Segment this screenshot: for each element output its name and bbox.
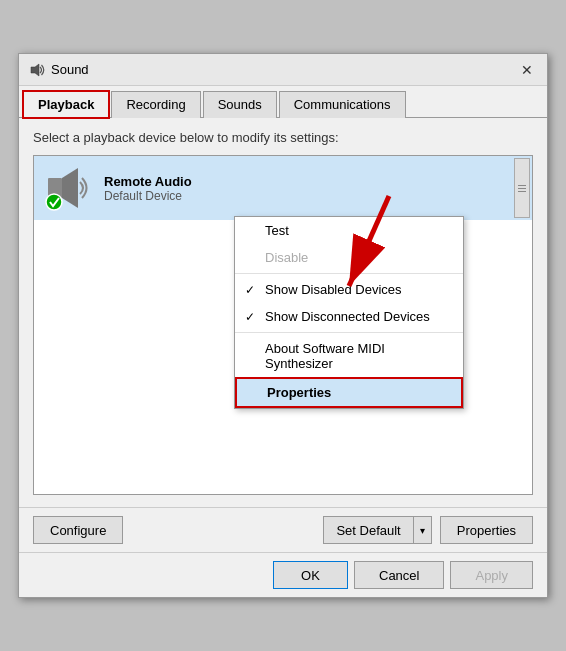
menu-item-properties[interactable]: Properties bbox=[235, 377, 463, 408]
device-info: Remote Audio Default Device bbox=[104, 174, 522, 203]
tab-communications[interactable]: Communications bbox=[279, 91, 406, 118]
device-item-remote-audio[interactable]: Remote Audio Default Device bbox=[34, 156, 532, 220]
content-description: Select a playback device below to modify… bbox=[33, 130, 533, 145]
properties-button[interactable]: Properties bbox=[440, 516, 533, 544]
menu-item-about-midi[interactable]: About Software MIDI Synthesizer bbox=[235, 335, 463, 377]
dialog-title: Sound bbox=[51, 62, 89, 77]
scroll-line bbox=[518, 188, 526, 189]
menu-item-disable: Disable bbox=[235, 244, 463, 271]
device-status: Default Device bbox=[104, 189, 522, 203]
speaker-svg bbox=[44, 164, 92, 212]
sound-title-icon bbox=[29, 62, 45, 78]
device-name: Remote Audio bbox=[104, 174, 522, 189]
menu-item-test[interactable]: Test bbox=[235, 217, 463, 244]
set-default-dropdown-button[interactable]: ▾ bbox=[413, 516, 432, 544]
dialog-footer: OK Cancel Apply bbox=[19, 552, 547, 597]
device-list[interactable]: Remote Audio Default Device Test Disable bbox=[33, 155, 533, 495]
ok-button[interactable]: OK bbox=[273, 561, 348, 589]
bottom-bar: Configure Set Default ▾ Properties bbox=[19, 507, 547, 552]
scrollbar[interactable] bbox=[514, 158, 530, 218]
sound-dialog: Sound ✕ Playback Recording Sounds Commun… bbox=[18, 53, 548, 598]
device-icon bbox=[44, 164, 92, 212]
tab-recording[interactable]: Recording bbox=[111, 91, 200, 118]
title-bar: Sound ✕ bbox=[19, 54, 547, 86]
scroll-line bbox=[518, 185, 526, 186]
menu-separator-2 bbox=[235, 332, 463, 333]
tab-playback[interactable]: Playback bbox=[23, 91, 109, 118]
menu-item-show-disconnected[interactable]: Show Disconnected Devices bbox=[235, 303, 463, 330]
svg-marker-2 bbox=[62, 168, 78, 208]
main-content: Select a playback device below to modify… bbox=[19, 118, 547, 507]
menu-separator-1 bbox=[235, 273, 463, 274]
tabs-container: Playback Recording Sounds Communications bbox=[19, 86, 547, 118]
close-button[interactable]: ✕ bbox=[517, 60, 537, 80]
menu-item-show-disabled[interactable]: Show Disabled Devices bbox=[235, 276, 463, 303]
set-default-group: Set Default ▾ bbox=[323, 516, 431, 544]
scroll-line bbox=[518, 191, 526, 192]
svg-point-3 bbox=[46, 194, 62, 210]
svg-marker-0 bbox=[31, 64, 39, 76]
context-menu: Test Disable Show Disabled Devices Show … bbox=[234, 216, 464, 409]
title-bar-left: Sound bbox=[29, 62, 89, 78]
configure-button[interactable]: Configure bbox=[33, 516, 123, 544]
tab-sounds[interactable]: Sounds bbox=[203, 91, 277, 118]
set-default-button[interactable]: Set Default bbox=[323, 516, 412, 544]
apply-button[interactable]: Apply bbox=[450, 561, 533, 589]
cancel-button[interactable]: Cancel bbox=[354, 561, 444, 589]
